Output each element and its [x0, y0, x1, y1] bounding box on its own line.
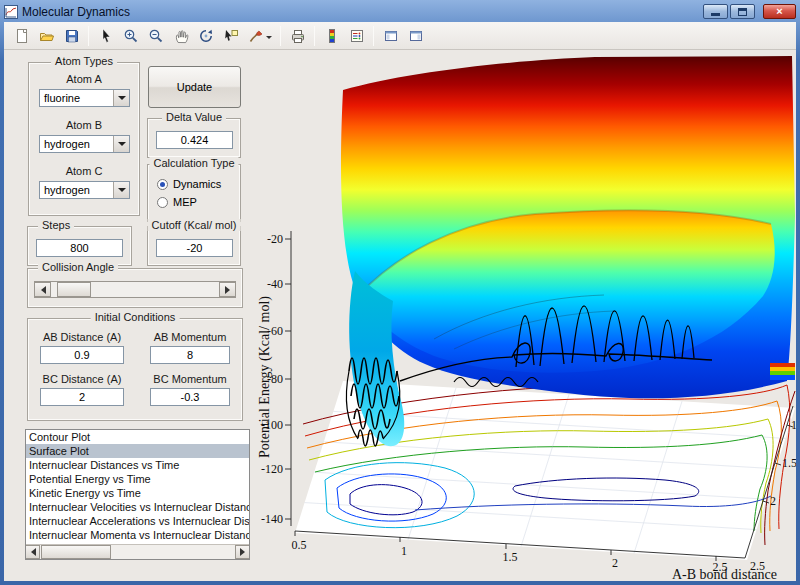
- list-item-selected[interactable]: Surface Plot: [26, 444, 249, 458]
- radio-unselected-icon: [157, 197, 168, 208]
- ab-distance-input[interactable]: [40, 346, 124, 364]
- radio-dynamics[interactable]: Dynamics: [157, 178, 221, 190]
- list-item[interactable]: Internuclear Momenta vs Internuclear Dis…: [26, 528, 249, 542]
- depth-tick: 2: [770, 494, 776, 508]
- arrow-right-icon: [240, 548, 249, 556]
- slider-left-arrow-button[interactable]: [34, 282, 51, 297]
- plot-type-listbox[interactable]: Contour Plot Surface Plot Internuclear D…: [25, 429, 250, 560]
- slider-thumb[interactable]: [57, 282, 91, 297]
- radio-selected-icon: [157, 179, 168, 190]
- titlebar[interactable]: Molecular Dynamics ×: [4, 2, 796, 21]
- listbox-hscrollbar[interactable]: [26, 544, 249, 559]
- hscroll-right-arrow[interactable]: [235, 545, 250, 559]
- atom-c-label: Atom C: [29, 165, 139, 177]
- x-tick: 0.5: [292, 538, 307, 552]
- bc-distance-label: BC Distance (A): [32, 373, 132, 385]
- insert-colorbar-button[interactable]: [320, 24, 343, 47]
- y-tick: -120: [261, 462, 283, 476]
- update-button[interactable]: Update: [148, 66, 241, 108]
- insert-legend-button[interactable]: [345, 24, 368, 47]
- client-area: Atom Types Atom A fluorine Atom B hydrog…: [4, 22, 796, 581]
- y-axis-label: Potential Energy (Kcal/ mol): [257, 296, 273, 458]
- save-figure-button[interactable]: [60, 24, 83, 47]
- y-tick: -140: [261, 512, 283, 526]
- close-icon: ×: [776, 6, 782, 17]
- x-axis-label: A-B bond distance: [672, 567, 777, 581]
- x-tick: 2: [612, 556, 618, 570]
- radio-mep[interactable]: MEP: [157, 196, 197, 208]
- open-file-button[interactable]: [35, 24, 58, 47]
- toolbar-separator: [88, 26, 89, 46]
- maximize-button[interactable]: [730, 4, 755, 19]
- plot-canvas: -20 -40 -60 -80 -100 -120 -140: [254, 49, 796, 581]
- show-plot-tools-button[interactable]: [404, 24, 427, 47]
- collision-angle-title: Collision Angle: [38, 261, 118, 273]
- show-plot-tools-icon: [408, 28, 424, 44]
- toolbar-separator: [314, 26, 315, 46]
- arrow-left-icon: [37, 286, 46, 294]
- bc-momentum-input[interactable]: [150, 388, 230, 406]
- pointer-icon: [98, 28, 114, 44]
- cutoff-title: Cutoff (Kcal/ mol): [148, 219, 241, 231]
- brush-button[interactable]: [244, 24, 275, 47]
- hscroll-left-arrow[interactable]: [25, 545, 40, 559]
- arrow-right-icon: [225, 286, 234, 294]
- brush-dropdown-caret: [266, 36, 272, 42]
- calculation-type-title: Calculation Type: [149, 157, 238, 169]
- list-item[interactable]: Potential Energy vs Time: [26, 472, 249, 486]
- hide-plot-tools-button[interactable]: [379, 24, 402, 47]
- delta-value-input[interactable]: [156, 131, 233, 149]
- atom-b-value: hydrogen: [44, 138, 90, 150]
- list-item[interactable]: Contour Plot: [26, 430, 249, 444]
- atom-a-label: Atom A: [29, 73, 139, 85]
- chevron-down-icon: [118, 96, 126, 104]
- pan-button[interactable]: [169, 24, 192, 47]
- bc-momentum-label: BC Momentum: [140, 373, 240, 385]
- collision-angle-slider[interactable]: [34, 281, 236, 298]
- close-button[interactable]: ×: [763, 4, 796, 19]
- list-item[interactable]: Kinetic Energy vs Time: [26, 486, 249, 500]
- new-figure-icon: [14, 28, 30, 44]
- rotate-3d-icon: [198, 28, 214, 44]
- ab-momentum-label: AB Momentum: [140, 331, 240, 343]
- data-cursor-button[interactable]: [219, 24, 242, 47]
- list-item[interactable]: Internuclear Accelerations vs Internucle…: [26, 514, 249, 528]
- atom-a-dropdown-button[interactable]: [113, 90, 129, 106]
- app-icon: [4, 5, 18, 19]
- ab-distance-label: AB Distance (A): [32, 331, 132, 343]
- open-file-icon: [39, 28, 55, 44]
- initial-conditions-panel: Initial Conditions AB Distance (A) AB Mo…: [27, 318, 243, 421]
- list-item[interactable]: Internuclear Distances vs Time: [26, 458, 249, 472]
- zoom-out-button[interactable]: [144, 24, 167, 47]
- pointer-button[interactable]: [94, 24, 117, 47]
- atom-b-dropdown-button[interactable]: [113, 136, 129, 152]
- minimize-button[interactable]: [703, 4, 728, 19]
- x-tick: 1: [401, 544, 407, 558]
- atom-c-dropdown-button[interactable]: [113, 182, 129, 198]
- atom-c-select[interactable]: hydrogen: [39, 181, 130, 199]
- atom-b-select[interactable]: hydrogen: [39, 135, 130, 153]
- plot-area[interactable]: -20 -40 -60 -80 -100 -120 -140: [254, 49, 796, 581]
- cutoff-input[interactable]: [156, 239, 233, 257]
- ab-momentum-input[interactable]: [150, 346, 230, 364]
- chevron-down-icon: [118, 188, 126, 196]
- hscroll-thumb[interactable]: [41, 545, 111, 559]
- slider-right-arrow-button[interactable]: [219, 282, 236, 297]
- steps-input[interactable]: [36, 239, 123, 257]
- pan-hand-icon: [173, 28, 189, 44]
- bc-distance-input[interactable]: [40, 388, 124, 406]
- print-figure-button[interactable]: [286, 24, 309, 47]
- list-item[interactable]: Internuclear Velocities vs Internuclear …: [26, 500, 249, 514]
- zoom-in-button[interactable]: [119, 24, 142, 47]
- app-window: Molecular Dynamics ×: [0, 0, 800, 585]
- toolbar-separator: [373, 26, 374, 46]
- new-figure-button[interactable]: [10, 24, 33, 47]
- rotate-3d-button[interactable]: [194, 24, 217, 47]
- x-tick: 1.5: [503, 550, 518, 564]
- y-tick: -40: [267, 277, 283, 291]
- atom-types-panel: Atom Types Atom A fluorine Atom B hydrog…: [28, 62, 140, 216]
- toolbar-separator: [280, 26, 281, 46]
- colorbar-icon: [324, 28, 340, 44]
- calculation-type-panel: Calculation Type Dynamics MEP: [147, 164, 241, 222]
- atom-a-select[interactable]: fluorine: [39, 89, 130, 107]
